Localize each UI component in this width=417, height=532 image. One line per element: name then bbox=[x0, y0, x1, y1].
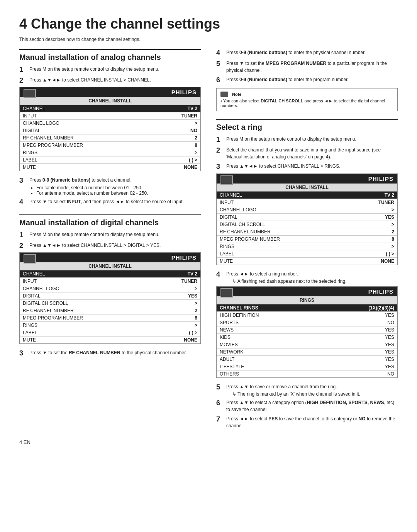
step-num: 3 bbox=[19, 349, 26, 358]
note-title: Note bbox=[220, 92, 393, 97]
step-num: 2 bbox=[19, 242, 26, 250]
philips-header: PHILIPS bbox=[217, 174, 397, 184]
analog-step-3: 3 Press 0-9 (Numeric buttons) to select … bbox=[19, 177, 201, 196]
ring-menu-table: PHILIPS CHANNEL INSTALL CHANNEL TV 2 INP… bbox=[216, 173, 398, 265]
ring-step-1: 1 Press M on the setup remote control to… bbox=[216, 136, 398, 144]
step-text: Press ▲▼◄► to select CHANNEL INSTALL > R… bbox=[226, 163, 340, 170]
note-label: Note bbox=[232, 92, 241, 97]
page-footer: 4 EN bbox=[19, 439, 398, 445]
step-text: Press ◄► to select a ring number. bbox=[226, 271, 298, 277]
step-num: 4 bbox=[216, 270, 223, 279]
ring-heading: Select a ring bbox=[216, 123, 398, 132]
step-num: 1 bbox=[19, 66, 26, 74]
philips-subheader: CHANNEL INSTALL bbox=[20, 97, 200, 105]
menu-row-channel-logo: CHANNEL LOGO > bbox=[20, 285, 200, 292]
philips-subheader: CHANNEL INSTALL bbox=[217, 184, 397, 192]
digital-step-5: 5 Press ▼ to set the MPEG PROGRAM NUMBER… bbox=[216, 60, 398, 74]
menu-row-mute: MUTE NONE bbox=[217, 258, 397, 265]
analog-heading: Manual installation of analog channels bbox=[19, 53, 201, 62]
rings-row-hd: HIGH DEFINITION YES bbox=[217, 312, 397, 319]
menu-row-digital-ch-scroll: DIGITAL CH SCROLL > bbox=[217, 221, 397, 228]
step-text: Press ▼ to select INPUT, and then press … bbox=[29, 198, 184, 205]
rings-row-sports: SPORTS NO bbox=[217, 319, 397, 326]
sub-list: For cable mode, select a number between … bbox=[29, 185, 148, 196]
step-num: 3 bbox=[19, 177, 26, 185]
analog-step-4: 4 Press ▼ to select INPUT, and then pres… bbox=[19, 198, 201, 207]
step-num: 3 bbox=[216, 163, 223, 171]
step-num: 1 bbox=[19, 231, 26, 240]
rings-row-lifestyle: LIFESTYLE YES bbox=[217, 363, 397, 371]
step-text: Press ▼ to set the MPEG PROGRAM NUMBER t… bbox=[226, 60, 398, 74]
rings-row-network: NETWORK YES bbox=[217, 348, 397, 356]
ring-step-5: 5 Press ▲▼ to save or remove a channel f… bbox=[216, 383, 398, 397]
ring-step-4: 4 Press ◄► to select a ring number. ↳ A … bbox=[216, 270, 398, 284]
page-title: 4 Change the channel settings bbox=[19, 15, 398, 32]
section-divider bbox=[216, 119, 398, 120]
step-indent: ↳ The ring is marked by an 'X' when the … bbox=[226, 391, 360, 397]
ring-step-2: 2 Select the channel that you want to sa… bbox=[216, 146, 398, 160]
note-text: • You can also select DIGITAL CH SCROLL … bbox=[220, 99, 393, 108]
menu-row-input: INPUT TUNER bbox=[20, 278, 200, 285]
menu-row-label: LABEL ( ) > bbox=[20, 156, 200, 164]
analog-step-2: 2 Press ▲▼◄► to select CHANNEL INSTALL >… bbox=[19, 76, 201, 85]
philips-brand: PHILIPS bbox=[171, 89, 197, 95]
step-num: 7 bbox=[216, 415, 223, 424]
menu-row-rf: RF CHANNEL NUMBER 2 bbox=[20, 307, 200, 314]
digital-step-3: 3 Press ▼ to set the RF CHANNEL NUMBER t… bbox=[19, 349, 201, 358]
step-text: Press M on the setup remote control to d… bbox=[29, 66, 159, 73]
ring-step-6: 6 Press ▲▼ to select a category option (… bbox=[216, 399, 398, 413]
digital-step-6: 6 Press 0-9 (Numeric buttons) to enter t… bbox=[216, 76, 398, 85]
step-num: 6 bbox=[216, 76, 223, 85]
left-column: Manual installation of analog channels 1… bbox=[19, 49, 201, 431]
step-num: 2 bbox=[19, 76, 26, 85]
rings-subheader: RINGS bbox=[217, 296, 397, 304]
step-num: 5 bbox=[216, 383, 223, 392]
menu-row-channel-logo: CHANNEL LOGO > bbox=[20, 120, 200, 127]
menu-row-rings: RINGS > bbox=[20, 149, 200, 156]
right-column: 4 Press 0-9 (Numeric buttons) to enter t… bbox=[216, 49, 398, 431]
step-num: 6 bbox=[216, 399, 223, 408]
menu-row-digital: DIGITAL NO bbox=[20, 127, 200, 134]
menu-row-channel: CHANNEL TV 2 bbox=[217, 192, 397, 199]
menu-row-channel: CHANNEL TV 2 bbox=[20, 105, 200, 112]
rings-row-others: OTHERS NO bbox=[217, 371, 397, 377]
rings-row-movies: MOVIES YES bbox=[217, 341, 397, 348]
step-text: Press ▼ to set the RF CHANNEL NUMBER to … bbox=[29, 349, 187, 356]
step-text: Press ▲▼ to select a category option (HI… bbox=[226, 399, 398, 413]
step-text: Press M on the setup remote control to d… bbox=[29, 231, 159, 238]
menu-row-rings: RINGS > bbox=[20, 322, 200, 329]
menu-row-channel-logo: CHANNEL LOGO > bbox=[217, 206, 397, 214]
rings-row-news: NEWS YES bbox=[217, 326, 397, 334]
rings-row-kids: KIDS YES bbox=[217, 334, 397, 341]
philips-header: PHILIPS bbox=[20, 253, 200, 262]
menu-row-digital: DIGITAL YES bbox=[217, 214, 397, 221]
step-num: 4 bbox=[19, 198, 26, 207]
step-text: Press 0-9 (Numeric buttons) to enter the… bbox=[226, 76, 349, 83]
rings-detail-table: PHILIPS RINGS CHANNEL RINGS (1X)(2)(3)(4… bbox=[216, 286, 398, 378]
note-box: Note • You can also select DIGITAL CH SC… bbox=[216, 88, 398, 111]
menu-row-rf: RF CHANNEL NUMBER 2 bbox=[20, 134, 200, 142]
step-text: Press ▲▼ to save or remove a channel fro… bbox=[226, 384, 337, 389]
step-text: Press ▲▼◄► to select CHANNEL INSTALL > C… bbox=[29, 76, 151, 83]
step-text: Press 0-9 (Numeric buttons) to enter the… bbox=[226, 49, 366, 56]
menu-row-mute: MUTE NONE bbox=[20, 164, 200, 171]
step-text: Press M on the setup remote control to d… bbox=[226, 136, 356, 143]
section-divider bbox=[19, 214, 201, 215]
digital-step-2: 2 Press ▲▼◄► to select CHANNEL INSTALL >… bbox=[19, 242, 201, 250]
menu-row-digital-ch-scroll: DIGITAL CH SCROLL > bbox=[20, 300, 200, 307]
philips-header: PHILIPS bbox=[20, 87, 200, 97]
digital-step-4: 4 Press 0-9 (Numeric buttons) to enter t… bbox=[216, 49, 398, 58]
step-indent: ↳ A flashing red dash appears next to th… bbox=[226, 279, 347, 284]
rings-row-channel-rings: CHANNEL RINGS (1X)(2)(3)(4) bbox=[217, 304, 397, 312]
menu-row-channel: CHANNEL TV 2 bbox=[20, 270, 200, 278]
sub-list-item: For antenna mode, select a number betwee… bbox=[36, 190, 148, 196]
step-num: 5 bbox=[216, 60, 223, 68]
step-text: Press 0-9 (Numeric buttons) to select a … bbox=[29, 177, 132, 183]
menu-row-mpeg: MPEG PROGRAM NUMBER 8 bbox=[217, 236, 397, 243]
philips-header: PHILIPS bbox=[217, 287, 397, 296]
step-num: 1 bbox=[216, 136, 223, 144]
ring-step-7: 7 Press ◄► to select YES to save the cha… bbox=[216, 415, 398, 429]
menu-row-mute: MUTE NONE bbox=[20, 337, 200, 343]
analog-step-1: 1 Press M on the setup remote control to… bbox=[19, 66, 201, 74]
philips-brand: PHILIPS bbox=[368, 175, 393, 182]
